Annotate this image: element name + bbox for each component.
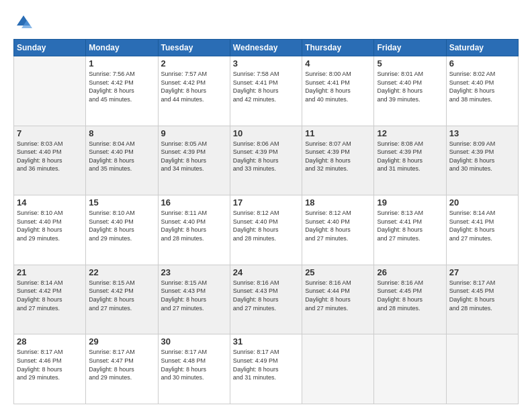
day-number: 21 bbox=[17, 267, 83, 277]
day-info: Sunrise: 8:14 AM Sunset: 4:42 PM Dayligh… bbox=[17, 279, 83, 312]
logo bbox=[13, 12, 36, 32]
calendar-cell: 18Sunrise: 8:12 AM Sunset: 4:40 PM Dayli… bbox=[302, 195, 374, 265]
calendar-cell: 31Sunrise: 8:17 AM Sunset: 4:49 PM Dayli… bbox=[230, 334, 302, 404]
calendar-cell bbox=[446, 334, 518, 404]
calendar-cell: 12Sunrise: 8:08 AM Sunset: 4:39 PM Dayli… bbox=[374, 126, 446, 195]
day-number: 7 bbox=[17, 128, 83, 138]
day-info: Sunrise: 8:08 AM Sunset: 4:39 PM Dayligh… bbox=[377, 140, 443, 173]
day-number: 24 bbox=[233, 267, 299, 277]
calendar-cell bbox=[14, 56, 86, 126]
day-info: Sunrise: 8:16 AM Sunset: 4:45 PM Dayligh… bbox=[377, 279, 443, 312]
header-cell-friday: Friday bbox=[374, 40, 446, 56]
header bbox=[13, 12, 519, 32]
day-info: Sunrise: 8:06 AM Sunset: 4:39 PM Dayligh… bbox=[233, 140, 299, 173]
day-number: 14 bbox=[17, 197, 83, 208]
logo-icon bbox=[13, 12, 34, 32]
calendar-cell bbox=[374, 334, 446, 404]
calendar-cell: 21Sunrise: 8:14 AM Sunset: 4:42 PM Dayli… bbox=[14, 265, 86, 334]
calendar-cell: 9Sunrise: 8:05 AM Sunset: 4:39 PM Daylig… bbox=[158, 126, 230, 195]
day-number: 3 bbox=[233, 58, 299, 68]
calendar-cell: 28Sunrise: 8:17 AM Sunset: 4:46 PM Dayli… bbox=[14, 334, 86, 404]
header-cell-saturday: Saturday bbox=[446, 40, 518, 56]
day-info: Sunrise: 8:17 AM Sunset: 4:45 PM Dayligh… bbox=[449, 279, 515, 312]
day-number: 13 bbox=[449, 128, 515, 138]
calendar-cell: 20Sunrise: 8:14 AM Sunset: 4:41 PM Dayli… bbox=[446, 195, 518, 265]
day-info: Sunrise: 8:12 AM Sunset: 4:40 PM Dayligh… bbox=[233, 209, 299, 242]
day-info: Sunrise: 8:00 AM Sunset: 4:41 PM Dayligh… bbox=[305, 70, 371, 103]
calendar-cell: 19Sunrise: 8:13 AM Sunset: 4:41 PM Dayli… bbox=[374, 195, 446, 265]
day-number: 2 bbox=[161, 58, 227, 68]
calendar-cell: 14Sunrise: 8:10 AM Sunset: 4:40 PM Dayli… bbox=[14, 195, 86, 265]
calendar-table: SundayMondayTuesdayWednesdayThursdayFrid… bbox=[13, 39, 519, 404]
day-info: Sunrise: 8:14 AM Sunset: 4:41 PM Dayligh… bbox=[449, 209, 515, 242]
day-number: 30 bbox=[161, 336, 227, 347]
day-number: 29 bbox=[89, 336, 154, 347]
day-number: 27 bbox=[449, 267, 515, 277]
day-info: Sunrise: 7:58 AM Sunset: 4:41 PM Dayligh… bbox=[233, 70, 299, 103]
header-row: SundayMondayTuesdayWednesdayThursdayFrid… bbox=[14, 40, 519, 56]
day-number: 28 bbox=[17, 336, 83, 347]
day-number: 12 bbox=[377, 128, 443, 138]
calendar-cell: 6Sunrise: 8:02 AM Sunset: 4:40 PM Daylig… bbox=[446, 56, 518, 126]
day-info: Sunrise: 8:10 AM Sunset: 4:40 PM Dayligh… bbox=[17, 209, 83, 242]
calendar-week-2: 7Sunrise: 8:03 AM Sunset: 4:40 PM Daylig… bbox=[14, 126, 519, 195]
day-number: 31 bbox=[233, 336, 299, 347]
calendar-cell: 27Sunrise: 8:17 AM Sunset: 4:45 PM Dayli… bbox=[446, 265, 518, 334]
day-number: 26 bbox=[377, 267, 443, 277]
day-number: 6 bbox=[449, 58, 515, 68]
day-info: Sunrise: 8:15 AM Sunset: 4:43 PM Dayligh… bbox=[161, 279, 227, 312]
day-info: Sunrise: 8:16 AM Sunset: 4:43 PM Dayligh… bbox=[233, 279, 299, 312]
day-info: Sunrise: 8:10 AM Sunset: 4:40 PM Dayligh… bbox=[89, 209, 154, 242]
header-cell-tuesday: Tuesday bbox=[158, 40, 230, 56]
day-info: Sunrise: 8:09 AM Sunset: 4:39 PM Dayligh… bbox=[449, 140, 515, 173]
day-info: Sunrise: 8:12 AM Sunset: 4:40 PM Dayligh… bbox=[305, 209, 371, 242]
day-info: Sunrise: 8:13 AM Sunset: 4:41 PM Dayligh… bbox=[377, 209, 443, 242]
day-info: Sunrise: 8:11 AM Sunset: 4:40 PM Dayligh… bbox=[161, 209, 227, 242]
day-number: 16 bbox=[161, 197, 227, 208]
calendar-cell: 5Sunrise: 8:01 AM Sunset: 4:40 PM Daylig… bbox=[374, 56, 446, 126]
calendar-cell: 17Sunrise: 8:12 AM Sunset: 4:40 PM Dayli… bbox=[230, 195, 302, 265]
day-info: Sunrise: 8:17 AM Sunset: 4:49 PM Dayligh… bbox=[233, 348, 299, 381]
day-number: 1 bbox=[89, 58, 154, 68]
calendar-cell: 3Sunrise: 7:58 AM Sunset: 4:41 PM Daylig… bbox=[230, 56, 302, 126]
day-number: 25 bbox=[305, 267, 371, 277]
day-number: 19 bbox=[377, 197, 443, 208]
calendar-cell: 11Sunrise: 8:07 AM Sunset: 4:39 PM Dayli… bbox=[302, 126, 374, 195]
calendar-cell: 4Sunrise: 8:00 AM Sunset: 4:41 PM Daylig… bbox=[302, 56, 374, 126]
header-cell-thursday: Thursday bbox=[302, 40, 374, 56]
header-cell-monday: Monday bbox=[86, 40, 158, 56]
calendar-week-3: 14Sunrise: 8:10 AM Sunset: 4:40 PM Dayli… bbox=[14, 195, 519, 265]
calendar-cell: 1Sunrise: 7:56 AM Sunset: 4:42 PM Daylig… bbox=[86, 56, 158, 126]
day-info: Sunrise: 7:57 AM Sunset: 4:42 PM Dayligh… bbox=[161, 70, 227, 103]
day-number: 9 bbox=[161, 128, 227, 138]
day-info: Sunrise: 8:17 AM Sunset: 4:47 PM Dayligh… bbox=[89, 348, 154, 381]
page: SundayMondayTuesdayWednesdayThursdayFrid… bbox=[0, 0, 532, 411]
calendar-cell: 7Sunrise: 8:03 AM Sunset: 4:40 PM Daylig… bbox=[14, 126, 86, 195]
day-info: Sunrise: 8:17 AM Sunset: 4:48 PM Dayligh… bbox=[161, 348, 227, 381]
calendar-cell: 23Sunrise: 8:15 AM Sunset: 4:43 PM Dayli… bbox=[158, 265, 230, 334]
day-number: 8 bbox=[89, 128, 154, 138]
calendar-cell: 30Sunrise: 8:17 AM Sunset: 4:48 PM Dayli… bbox=[158, 334, 230, 404]
day-number: 18 bbox=[305, 197, 371, 208]
day-info: Sunrise: 8:16 AM Sunset: 4:44 PM Dayligh… bbox=[305, 279, 371, 312]
day-info: Sunrise: 8:02 AM Sunset: 4:40 PM Dayligh… bbox=[449, 70, 515, 103]
day-info: Sunrise: 8:07 AM Sunset: 4:39 PM Dayligh… bbox=[305, 140, 371, 173]
calendar-week-5: 28Sunrise: 8:17 AM Sunset: 4:46 PM Dayli… bbox=[14, 334, 519, 404]
day-info: Sunrise: 8:03 AM Sunset: 4:40 PM Dayligh… bbox=[17, 140, 83, 173]
day-number: 4 bbox=[305, 58, 371, 68]
day-number: 10 bbox=[233, 128, 299, 138]
day-number: 17 bbox=[233, 197, 299, 208]
day-number: 5 bbox=[377, 58, 443, 68]
day-info: Sunrise: 8:05 AM Sunset: 4:39 PM Dayligh… bbox=[161, 140, 227, 173]
calendar-cell bbox=[302, 334, 374, 404]
calendar-cell: 16Sunrise: 8:11 AM Sunset: 4:40 PM Dayli… bbox=[158, 195, 230, 265]
day-number: 11 bbox=[305, 128, 371, 138]
calendar-header: SundayMondayTuesdayWednesdayThursdayFrid… bbox=[14, 40, 519, 56]
day-number: 15 bbox=[89, 197, 154, 208]
calendar-cell: 2Sunrise: 7:57 AM Sunset: 4:42 PM Daylig… bbox=[158, 56, 230, 126]
calendar-cell: 13Sunrise: 8:09 AM Sunset: 4:39 PM Dayli… bbox=[446, 126, 518, 195]
day-number: 23 bbox=[161, 267, 227, 277]
day-info: Sunrise: 8:04 AM Sunset: 4:40 PM Dayligh… bbox=[89, 140, 154, 173]
day-info: Sunrise: 8:15 AM Sunset: 4:42 PM Dayligh… bbox=[89, 279, 154, 312]
day-info: Sunrise: 8:01 AM Sunset: 4:40 PM Dayligh… bbox=[377, 70, 443, 103]
